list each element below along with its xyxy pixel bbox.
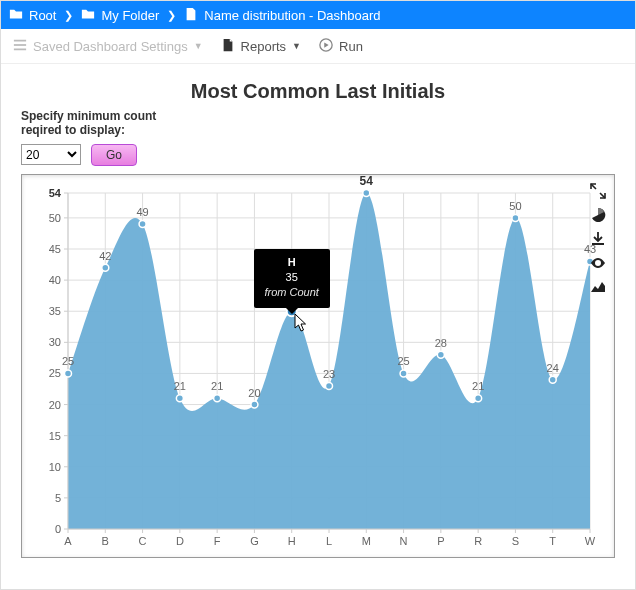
toolbar-label: Reports — [241, 39, 287, 54]
svg-text:S: S — [512, 535, 519, 547]
svg-text:25: 25 — [49, 367, 61, 379]
breadcrumb-label: My Folder — [101, 8, 159, 23]
svg-text:35: 35 — [49, 305, 61, 317]
svg-text:F: F — [214, 535, 221, 547]
svg-text:54: 54 — [49, 187, 62, 199]
chart-tools — [584, 177, 612, 301]
svg-text:40: 40 — [49, 274, 61, 286]
svg-point-87 — [65, 370, 72, 377]
svg-point-111 — [512, 214, 519, 221]
go-button[interactable]: Go — [91, 144, 137, 166]
saved-settings-menu: Saved Dashboard Settings ▼ — [13, 38, 203, 55]
play-circle-icon — [319, 38, 333, 55]
svg-rect-2 — [14, 48, 26, 50]
folder-icon — [9, 7, 23, 24]
svg-text:B: B — [102, 535, 109, 547]
breadcrumb: Root❯My Folder❯Name distribution - Dashb… — [1, 1, 635, 29]
svg-text:N: N — [400, 535, 408, 547]
svg-point-113 — [549, 376, 556, 383]
breadcrumb-label: Name distribution - Dashboard — [204, 8, 380, 23]
svg-point-95 — [214, 395, 221, 402]
svg-text:21: 21 — [472, 380, 484, 392]
chevron-right-icon: ❯ — [159, 9, 184, 22]
svg-point-107 — [437, 351, 444, 358]
toolbar-label: Run — [339, 39, 363, 54]
svg-text:20: 20 — [248, 386, 260, 398]
svg-text:49: 49 — [136, 206, 148, 218]
svg-point-89 — [102, 264, 109, 271]
svg-text:C: C — [139, 535, 147, 547]
chevron-right-icon: ❯ — [56, 9, 81, 22]
min-count-label: Specify minimum count reqired to display… — [21, 109, 191, 138]
svg-text:20: 20 — [49, 398, 61, 410]
svg-text:G: G — [250, 535, 259, 547]
svg-text:50: 50 — [49, 212, 61, 224]
svg-rect-1 — [14, 44, 26, 46]
download-icon[interactable] — [588, 229, 608, 249]
svg-text:54: 54 — [360, 175, 374, 188]
svg-text:0: 0 — [55, 523, 61, 535]
breadcrumb-item[interactable]: Name distribution - Dashboard — [184, 7, 380, 24]
svg-text:5: 5 — [55, 492, 61, 504]
svg-text:10: 10 — [49, 461, 61, 473]
area-icon[interactable] — [588, 277, 608, 297]
svg-text:28: 28 — [435, 337, 447, 349]
svg-text:25: 25 — [62, 355, 74, 367]
toolbar: Saved Dashboard Settings ▼ Reports ▼ Run — [1, 29, 635, 64]
svg-point-105 — [400, 370, 407, 377]
min-count-select[interactable]: 20 — [21, 144, 81, 165]
svg-text:D: D — [176, 535, 184, 547]
file-icon — [184, 7, 198, 24]
svg-text:30: 30 — [49, 336, 61, 348]
svg-text:15: 15 — [49, 429, 61, 441]
svg-text:H: H — [288, 535, 296, 547]
reports-menu[interactable]: Reports ▼ — [221, 38, 301, 55]
toolbar-label: Saved Dashboard Settings — [33, 39, 188, 54]
area-chart[interactable]: 0510152025303540455054ABCDFGHLMNPRSTW254… — [22, 175, 614, 557]
svg-text:L: L — [326, 535, 332, 547]
svg-point-91 — [139, 220, 146, 227]
svg-text:T: T — [549, 535, 556, 547]
run-button[interactable]: Run — [319, 38, 363, 55]
chart-panel: 0510152025303540455054ABCDFGHLMNPRSTW254… — [21, 174, 615, 558]
svg-point-109 — [475, 395, 482, 402]
svg-point-101 — [326, 382, 333, 389]
svg-text:R: R — [474, 535, 482, 547]
svg-text:21: 21 — [211, 380, 223, 392]
svg-text:35: 35 — [286, 293, 298, 305]
expand-icon[interactable] — [588, 181, 608, 201]
svg-rect-117 — [592, 243, 604, 245]
svg-text:P: P — [437, 535, 444, 547]
svg-text:42: 42 — [99, 249, 111, 261]
svg-text:23: 23 — [323, 368, 335, 380]
svg-point-99 — [287, 306, 297, 316]
svg-text:A: A — [64, 535, 72, 547]
breadcrumb-item[interactable]: My Folder — [81, 7, 159, 24]
svg-point-93 — [176, 395, 183, 402]
breadcrumb-label: Root — [29, 8, 56, 23]
page-title: Most Common Last Initials — [21, 80, 615, 103]
svg-text:24: 24 — [547, 361, 559, 373]
folder-icon — [81, 7, 95, 24]
eye-icon[interactable] — [588, 253, 608, 273]
svg-text:W: W — [585, 535, 596, 547]
list-icon — [13, 38, 27, 55]
chevron-down-icon: ▼ — [292, 41, 301, 51]
svg-text:M: M — [362, 535, 371, 547]
breadcrumb-item[interactable]: Root — [9, 7, 56, 24]
svg-text:45: 45 — [49, 243, 61, 255]
svg-text:21: 21 — [174, 380, 186, 392]
filter-controls: Specify minimum count reqired to display… — [21, 109, 615, 166]
svg-point-97 — [251, 401, 258, 408]
svg-point-103 — [363, 189, 370, 196]
svg-text:25: 25 — [397, 355, 409, 367]
chevron-down-icon: ▼ — [194, 41, 203, 51]
pie-icon[interactable] — [588, 205, 608, 225]
svg-rect-0 — [14, 39, 26, 41]
svg-text:50: 50 — [509, 200, 521, 212]
file-icon — [221, 38, 235, 55]
